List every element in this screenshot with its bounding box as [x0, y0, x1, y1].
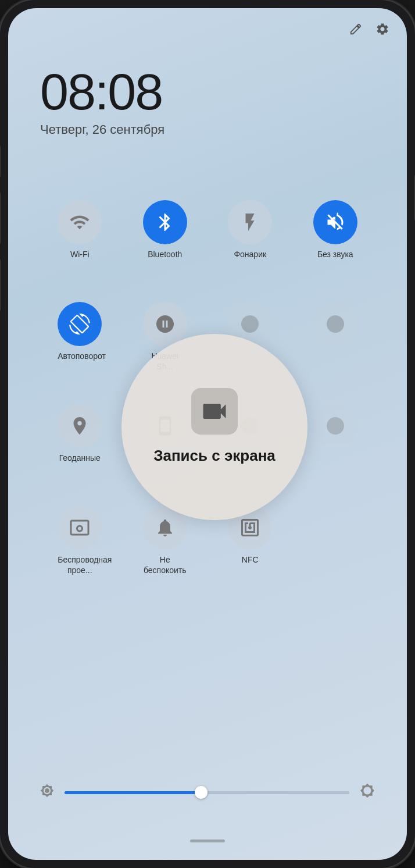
- tile-autorotate[interactable]: Автоповорот: [40, 302, 120, 372]
- brightness-high-icon: [360, 783, 375, 802]
- geo-label: Геоданные: [59, 453, 101, 463]
- brightness-thumb[interactable]: [195, 786, 208, 799]
- tile-silent[interactable]: Без звука: [296, 200, 375, 259]
- vol-up-button[interactable]: [0, 145, 1, 177]
- brightness-track[interactable]: [65, 791, 349, 794]
- geo-circle[interactable]: [58, 404, 102, 448]
- tile-geo[interactable]: Геоданные: [40, 404, 120, 463]
- tile-wireless-proj[interactable]: Беспроводная прое...: [40, 506, 120, 575]
- tile-placeholder-4[interactable]: [296, 302, 375, 372]
- bixby-button[interactable]: [0, 259, 1, 311]
- autorotate-circle[interactable]: [58, 302, 102, 346]
- bluetooth-label: Bluetooth: [148, 249, 182, 259]
- tile-bluetooth[interactable]: Bluetooth: [126, 200, 205, 259]
- screen-record-tooltip[interactable]: Запись с экрана: [121, 334, 307, 520]
- brightness-fill: [65, 791, 201, 794]
- brightness-control[interactable]: [40, 783, 375, 802]
- wifi-circle[interactable]: [58, 200, 102, 244]
- wifi-label: Wi-Fi: [70, 249, 90, 259]
- flashlight-circle[interactable]: [228, 200, 272, 244]
- tile-placeholder-7: [296, 506, 375, 575]
- edit-icon[interactable]: [348, 21, 364, 37]
- time-display: 08:08: [40, 66, 164, 118]
- tile-placeholder-6[interactable]: [296, 404, 375, 463]
- tile-flashlight[interactable]: Фонарик: [210, 200, 290, 259]
- silent-label: Без звука: [317, 249, 353, 259]
- wireless-proj-circle[interactable]: [58, 506, 102, 550]
- tiles-row1: Wi-Fi Bluetooth Фонарик: [40, 200, 375, 259]
- bluetooth-circle[interactable]: [143, 200, 187, 244]
- settings-icon[interactable]: [374, 21, 391, 37]
- silent-circle[interactable]: [313, 200, 357, 244]
- autorotate-label: Автоповорот: [58, 351, 102, 361]
- placeholder6-circle[interactable]: [313, 404, 357, 448]
- top-action-icons: [348, 21, 391, 37]
- dnd-label: Не беспокоить: [143, 554, 187, 575]
- tile-wifi[interactable]: Wi-Fi: [40, 200, 120, 259]
- huawei-share-circle[interactable]: [143, 302, 187, 346]
- placeholder4-circle[interactable]: [313, 302, 357, 346]
- vol-down-button[interactable]: [0, 192, 1, 244]
- flashlight-label: Фонарик: [234, 249, 266, 259]
- date-display: Четверг, 26 сентября: [40, 122, 164, 137]
- screen-record-icon: [191, 388, 238, 435]
- phone-screen: 08:08 Четверг, 26 сентября Wi-Fi Bluetoo…: [8, 8, 407, 860]
- screen-record-label: Запись с экрана: [153, 446, 276, 466]
- brightness-low-icon: [40, 784, 54, 801]
- time-block: 08:08 Четверг, 26 сентября: [40, 66, 164, 137]
- nfc-label: NFC: [242, 554, 259, 565]
- home-indicator[interactable]: [190, 839, 225, 842]
- wireless-proj-label: Беспроводная прое...: [58, 554, 102, 575]
- phone-frame: 08:08 Четверг, 26 сентября Wi-Fi Bluetoo…: [0, 0, 415, 868]
